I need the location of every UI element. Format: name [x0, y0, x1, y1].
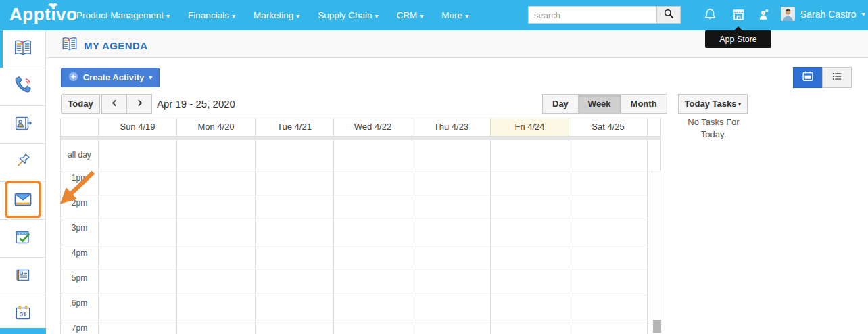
slot-tue-6pm[interactable]	[256, 295, 334, 320]
slot-sat-7pm[interactable]	[569, 320, 648, 334]
slot-sun-7pm[interactable]	[99, 320, 177, 334]
view-day-button[interactable]: Day	[542, 94, 579, 114]
slot-mon-6pm[interactable]	[177, 295, 256, 320]
svg-text:31: 31	[19, 311, 26, 318]
slot-mon-4pm[interactable]	[177, 245, 256, 270]
slot-mon-2pm[interactable]	[177, 195, 256, 220]
search-input[interactable]	[528, 6, 656, 24]
user-activity-button[interactable]	[755, 7, 773, 24]
slot-sun-6pm[interactable]	[99, 295, 177, 320]
slot-mon-7pm[interactable]	[177, 320, 256, 334]
view-week-button[interactable]: Week	[578, 94, 621, 114]
slot-tue-4pm[interactable]	[256, 245, 334, 270]
sidebar-item-tasks[interactable]	[0, 220, 45, 258]
search-button[interactable]	[656, 6, 681, 24]
view-switcher: Day Week Month	[542, 94, 667, 114]
slot-sun-3pm[interactable]	[99, 220, 177, 245]
all-day-cell-wed[interactable]	[334, 140, 412, 170]
slot-tue-1pm[interactable]	[256, 170, 334, 195]
slot-sat-5pm[interactable]	[569, 270, 648, 295]
user-activity-icon	[756, 7, 772, 25]
apptivo-logo[interactable]: Apptivo	[9, 4, 77, 25]
all-day-cell-mon[interactable]	[177, 140, 256, 170]
slot-fri-3pm[interactable]	[491, 220, 569, 245]
slot-sun-4pm[interactable]	[99, 245, 177, 270]
slot-sat-1pm[interactable]	[569, 170, 648, 195]
next-week-button[interactable]	[126, 94, 152, 114]
chevron-right-icon	[135, 99, 144, 110]
slot-mon-5pm[interactable]	[177, 270, 256, 295]
all-day-cell-tue[interactable]	[256, 140, 334, 170]
slot-mon-1pm[interactable]	[177, 170, 256, 195]
slot-sat-3pm[interactable]	[569, 220, 648, 245]
slot-wed-7pm[interactable]	[334, 320, 412, 334]
slot-thu-3pm[interactable]	[412, 220, 491, 245]
menu-financials[interactable]: Financials▾	[188, 10, 235, 20]
slot-wed-6pm[interactable]	[334, 295, 412, 320]
slot-tue-7pm[interactable]	[256, 320, 334, 334]
slot-sun-1pm[interactable]	[99, 170, 177, 195]
slot-sat-6pm[interactable]	[569, 295, 648, 320]
slot-fri-2pm[interactable]	[491, 195, 569, 220]
slot-sun-2pm[interactable]	[99, 195, 177, 220]
notifications-button[interactable]	[701, 7, 719, 24]
calendar-view-button[interactable]	[793, 67, 823, 88]
slot-thu-4pm[interactable]	[412, 245, 491, 270]
slot-wed-4pm[interactable]	[334, 245, 412, 270]
slot-tue-2pm[interactable]	[256, 195, 334, 220]
scrollbar-thumb[interactable]	[653, 320, 661, 333]
sidebar-item-agenda[interactable]	[0, 30, 45, 68]
slot-wed-2pm[interactable]	[334, 195, 412, 220]
menu-more[interactable]: More▾	[441, 10, 468, 20]
menu-supply-chain[interactable]: Supply Chain▾	[318, 10, 378, 20]
all-day-cell-fri[interactable]	[491, 140, 569, 170]
slot-thu-5pm[interactable]	[412, 270, 491, 295]
create-activity-button[interactable]: Create Activity ▾	[61, 68, 160, 87]
sidebar-item-customers[interactable]	[0, 106, 45, 144]
slot-wed-5pm[interactable]	[334, 270, 412, 295]
slot-thu-7pm[interactable]	[412, 320, 491, 334]
time-row-6pm: 6pm	[61, 295, 648, 320]
slot-sat-2pm[interactable]	[569, 195, 648, 220]
today-tasks-button[interactable]: Today Tasks▾	[678, 94, 748, 114]
slot-thu-6pm[interactable]	[412, 295, 491, 320]
today-button[interactable]: Today	[61, 94, 100, 114]
slot-tue-5pm[interactable]	[256, 270, 334, 295]
sidebar-item-emails[interactable]	[0, 182, 45, 220]
prev-week-button[interactable]	[101, 94, 127, 114]
slot-fri-7pm[interactable]	[491, 320, 569, 334]
slot-wed-1pm[interactable]	[334, 170, 412, 195]
slot-fri-5pm[interactable]	[491, 270, 569, 295]
sidebar-item-news-feed[interactable]	[0, 258, 45, 295]
slot-wed-3pm[interactable]	[334, 220, 412, 245]
all-day-label: all day	[61, 140, 99, 170]
day-header-sat: Sat 4/25	[569, 118, 648, 137]
slot-fri-1pm[interactable]	[491, 170, 569, 195]
sidebar-item-calls[interactable]	[0, 68, 45, 106]
list-view-button[interactable]	[822, 67, 852, 88]
book-icon	[13, 38, 33, 61]
calendar-scrollbar[interactable]	[652, 170, 662, 334]
slot-thu-1pm[interactable]	[412, 170, 491, 195]
all-day-cell-sun[interactable]	[99, 140, 177, 170]
menu-product-management[interactable]: Product Management▾	[76, 10, 170, 20]
slot-thu-2pm[interactable]	[412, 195, 491, 220]
day-header-wed: Wed 4/22	[334, 118, 412, 137]
app-store-tooltip: App Store	[705, 30, 771, 48]
slot-sat-4pm[interactable]	[569, 245, 648, 270]
menu-marketing[interactable]: Marketing▾	[254, 10, 299, 20]
user-menu[interactable]: Sarah Castro ▾	[781, 7, 865, 21]
slot-fri-6pm[interactable]	[491, 295, 569, 320]
sidebar-item-pinned[interactable]	[0, 144, 45, 182]
menu-crm[interactable]: CRM▾	[397, 10, 424, 20]
all-day-cell-sat[interactable]	[569, 140, 648, 170]
slot-tue-3pm[interactable]	[256, 220, 334, 245]
slot-sun-5pm[interactable]	[99, 270, 177, 295]
view-month-button[interactable]: Month	[621, 94, 667, 114]
no-tasks-message: No Tasks For Today.	[658, 116, 769, 141]
slot-fri-4pm[interactable]	[491, 245, 569, 270]
slot-mon-3pm[interactable]	[177, 220, 256, 245]
app-store-button[interactable]	[729, 7, 747, 24]
all-day-cell-thu[interactable]	[412, 140, 491, 170]
time-row-7pm: 7pm	[61, 320, 648, 334]
